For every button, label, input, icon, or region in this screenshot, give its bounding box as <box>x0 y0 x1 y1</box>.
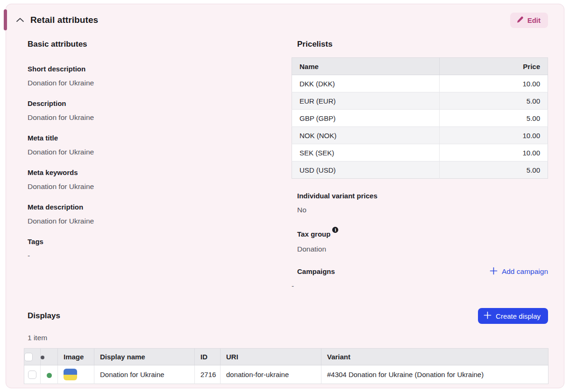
pricelist-row[interactable]: USD (USD) 5.00 <box>292 161 548 179</box>
basic-attributes-section: Basic attributes Short description Donat… <box>28 39 292 291</box>
basic-attributes-heading: Basic attributes <box>28 39 292 50</box>
pricelists-header-row: Name Price <box>292 58 548 75</box>
pricelist-row[interactable]: EUR (EUR) 5.00 <box>292 92 548 110</box>
field-value: Donation for Ukraine <box>28 147 292 157</box>
field-value: Donation <box>297 244 548 254</box>
field-meta-keywords: Meta keywords Donation for Ukraine <box>28 168 292 192</box>
field-description: Description Donation for Ukraine <box>28 98 292 123</box>
pricelist-row[interactable]: DKK (DKK) 10.00 <box>292 75 548 92</box>
column-header-id: ID <box>195 349 221 365</box>
field-label: Meta title <box>28 133 292 143</box>
pricelist-name: SEK (SEK) <box>292 144 440 161</box>
pricelist-price: 5.00 <box>440 92 548 110</box>
campaigns-label: Campaigns <box>297 266 335 277</box>
displays-header: Displays Create display <box>6 308 564 324</box>
create-display-button[interactable]: Create display <box>478 308 548 324</box>
chevron-up-icon <box>16 17 24 24</box>
pricelist-row[interactable]: NOK (NOK) 10.00 <box>292 127 548 144</box>
section-accent-bar <box>4 9 7 30</box>
field-short-description: Short description Donation for Ukraine <box>28 64 292 88</box>
displays-section: Displays Create display 1 item <box>6 308 564 384</box>
add-campaign-button[interactable]: Add campaign <box>490 267 548 277</box>
field-meta-title: Meta title Donation for Ukraine <box>28 133 292 157</box>
pricelist-name: EUR (EUR) <box>292 92 440 110</box>
collapse-section-button[interactable] <box>14 14 27 27</box>
pricelist-name: DKK (DKK) <box>292 75 440 92</box>
plus-icon <box>490 267 498 277</box>
pricelist-row[interactable]: SEK (SEK) 10.00 <box>292 144 548 161</box>
pricelist-name: GBP (GBP) <box>292 110 440 127</box>
display-row[interactable]: Donation for Ukraine 2716 donation-for-u… <box>24 365 549 384</box>
pricelist-price: 5.00 <box>440 110 548 127</box>
field-meta-description: Meta description Donation for Ukraine <box>28 202 292 226</box>
edit-button-label: Edit <box>527 16 541 24</box>
displays-table: Image Display name ID URI Variant Donati… <box>24 348 549 384</box>
display-variant-cell: #4304 Donation for Ukraine (Donation for… <box>321 365 549 384</box>
field-value: Donation for Ukraine <box>28 112 292 123</box>
column-header-price: Price <box>440 58 548 75</box>
displays-header-row: Image Display name ID URI Variant <box>24 349 549 365</box>
displays-heading: Displays <box>28 310 60 322</box>
select-all-checkbox[interactable] <box>24 353 33 361</box>
pricelist-name: NOK (NOK) <box>292 127 440 144</box>
column-header-name: Name <box>292 58 440 75</box>
field-label: Tax group <box>297 229 330 239</box>
display-id-cell: 2716 <box>195 365 221 384</box>
field-value: - <box>28 251 292 261</box>
attribute-columns: Basic attributes Short description Donat… <box>6 28 564 291</box>
plus-icon <box>484 311 492 321</box>
panel-header: Retail attributes Edit <box>6 4 564 28</box>
field-value: Donation for Ukraine <box>28 216 292 226</box>
field-individual-variant-prices: Individual variant prices No <box>297 191 548 215</box>
field-tax-group: Tax group i Donation <box>297 229 548 254</box>
item-count: 1 item <box>28 334 564 342</box>
pricelist-row[interactable]: GBP (GBP) 5.00 <box>292 110 548 127</box>
field-label: Individual variant prices <box>297 191 548 201</box>
column-header-uri: URI <box>221 349 321 365</box>
pricelist-price: 5.00 <box>440 161 548 179</box>
pricelist-price: 10.00 <box>440 75 548 92</box>
pricelists-table: Name Price DKK (DKK) 10.00 EUR (EUR) 5.0… <box>292 57 548 179</box>
field-value: No <box>297 205 548 215</box>
field-tags: Tags - <box>28 237 292 261</box>
campaigns-row: Campaigns Add campaign <box>297 266 548 277</box>
info-icon[interactable]: i <box>332 227 338 233</box>
campaigns-value: - <box>292 281 548 291</box>
display-uri-cell: donation-for-ukraine <box>221 365 321 384</box>
field-label: Meta keywords <box>28 168 292 178</box>
display-name-cell[interactable]: Donation for Ukraine <box>94 365 195 384</box>
edit-button[interactable]: Edit <box>510 13 548 28</box>
field-value: Donation for Ukraine <box>28 78 292 88</box>
field-label: Tags <box>28 237 292 247</box>
pricelists-heading: Pricelists <box>297 39 548 50</box>
add-campaign-label: Add campaign <box>502 267 548 276</box>
column-header-display-name: Display name <box>94 349 195 365</box>
pricelist-name: USD (USD) <box>292 161 440 179</box>
create-display-label: Create display <box>496 312 541 320</box>
retail-attributes-page: Retail attributes Edit Basic attributes … <box>0 0 570 392</box>
column-header-image: Image <box>58 349 94 365</box>
field-value: Donation for Ukraine <box>28 182 292 192</box>
status-active-dot <box>47 373 52 378</box>
pricelist-price: 10.00 <box>440 127 548 144</box>
field-label: Description <box>28 98 292 109</box>
select-row-checkbox[interactable] <box>28 371 36 379</box>
display-image-ukraine-flag[interactable] <box>64 369 77 380</box>
field-label: Meta description <box>28 202 292 212</box>
page-title: Retail attributes <box>30 15 98 25</box>
pricelists-section: Pricelists Name Price DKK (DKK) 10.00 <box>292 39 548 291</box>
pencil-icon <box>516 16 524 25</box>
status-column-icon <box>41 356 44 359</box>
field-label: Short description <box>28 64 292 74</box>
column-header-variant: Variant <box>321 349 549 365</box>
pricelist-price: 10.00 <box>440 144 548 161</box>
retail-attributes-panel: Retail attributes Edit Basic attributes … <box>6 4 564 388</box>
